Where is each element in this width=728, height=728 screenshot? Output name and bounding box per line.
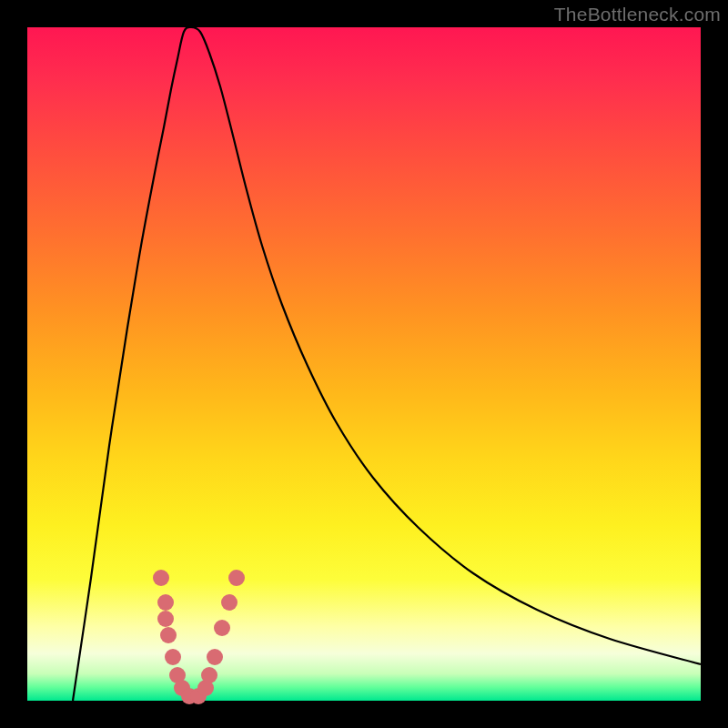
data-dot (214, 620, 230, 636)
data-dot (201, 667, 217, 683)
chart-frame: TheBottleneck.com (0, 0, 728, 728)
data-dot (228, 570, 245, 586)
data-dots (153, 570, 245, 704)
data-dot (221, 594, 238, 611)
data-dot (157, 611, 174, 627)
data-dot (165, 649, 181, 665)
data-dot (207, 649, 223, 665)
plot-area (27, 27, 701, 701)
watermark-text: TheBottleneck.com (554, 4, 721, 25)
data-dot (160, 627, 177, 643)
data-dot (153, 570, 169, 586)
chart-svg (27, 27, 701, 701)
data-dot (157, 594, 174, 611)
